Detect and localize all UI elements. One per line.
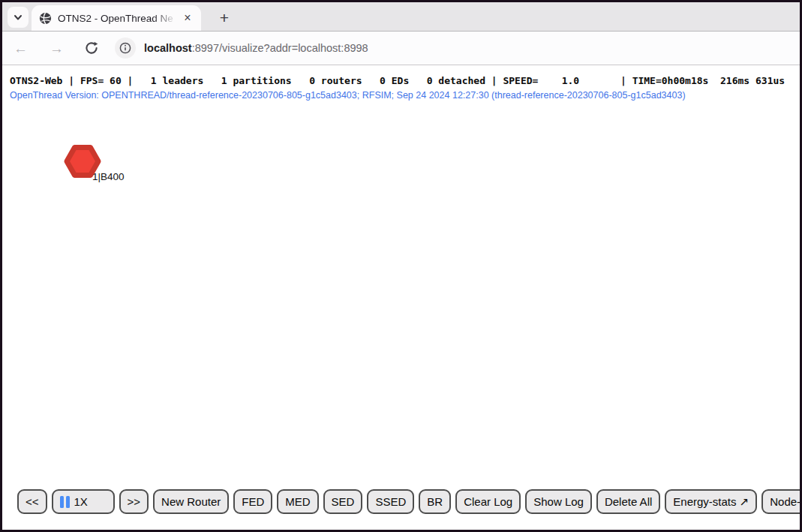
- delete-all-button[interactable]: Delete All: [596, 489, 660, 514]
- url-path: :8997/visualize?addr=localhost:8998: [192, 42, 368, 54]
- address-bar[interactable]: localhost:8997/visualize?addr=localhost:…: [144, 42, 368, 54]
- site-info-button[interactable]: [115, 38, 136, 59]
- info-icon: [119, 42, 131, 54]
- browser-window: OTNS2 - OpenThread Ne × + ← → localhost:…: [0, 0, 802, 532]
- tab-close-button[interactable]: ×: [180, 11, 195, 26]
- tab-bar: OTNS2 - OpenThread Ne × +: [2, 2, 800, 31]
- forward-button[interactable]: →: [45, 38, 68, 59]
- fed-button[interactable]: FED: [233, 489, 272, 514]
- globe-favicon-icon: [39, 12, 52, 25]
- br-button[interactable]: BR: [419, 489, 451, 514]
- show-log-button[interactable]: Show Log: [525, 489, 592, 514]
- pause-icon: [60, 496, 70, 508]
- new-tab-button[interactable]: +: [214, 8, 235, 29]
- reload-button[interactable]: [80, 37, 103, 60]
- med-button[interactable]: MED: [277, 489, 318, 514]
- speed-down-button[interactable]: <<: [17, 489, 47, 514]
- energy-stats-button[interactable]: Energy-stats ↗: [665, 489, 757, 514]
- action-toolbar: << 1X >> New Router FED MED SED SSED BR …: [17, 489, 800, 514]
- reload-icon: [85, 41, 98, 55]
- new-router-button[interactable]: New Router: [153, 489, 229, 514]
- node-stats-button[interactable]: Node-stats ↗: [761, 489, 800, 514]
- pause-speed-button[interactable]: 1X: [52, 489, 115, 514]
- back-button[interactable]: ←: [9, 38, 32, 59]
- tab-title: OTNS2 - OpenThread Ne: [58, 13, 180, 24]
- simulation-canvas[interactable]: OTNS2-Web | FPS= 60 | 1 leaders 1 partit…: [2, 65, 800, 530]
- url-toolbar: ← → localhost:8997/visualize?addr=localh…: [2, 31, 800, 65]
- ssed-button[interactable]: SSED: [367, 489, 414, 514]
- tab-otns2[interactable]: OTNS2 - OpenThread Ne ×: [32, 5, 201, 31]
- speed-up-button[interactable]: >>: [119, 489, 149, 514]
- speed-value: 1X: [74, 495, 88, 508]
- url-host: localhost: [144, 42, 192, 54]
- chevron-down-icon: [13, 12, 23, 23]
- clear-log-button[interactable]: Clear Log: [455, 489, 521, 514]
- simulation-status-line: OTNS2-Web | FPS= 60 | 1 leaders 1 partit…: [10, 75, 800, 87]
- node-1-label: 1|B400: [92, 171, 125, 182]
- tab-list-chevron-button[interactable]: [8, 7, 29, 28]
- openthread-version-line: OpenThread Version: OPENTHREAD/thread-re…: [10, 90, 800, 101]
- sed-button[interactable]: SED: [323, 489, 363, 514]
